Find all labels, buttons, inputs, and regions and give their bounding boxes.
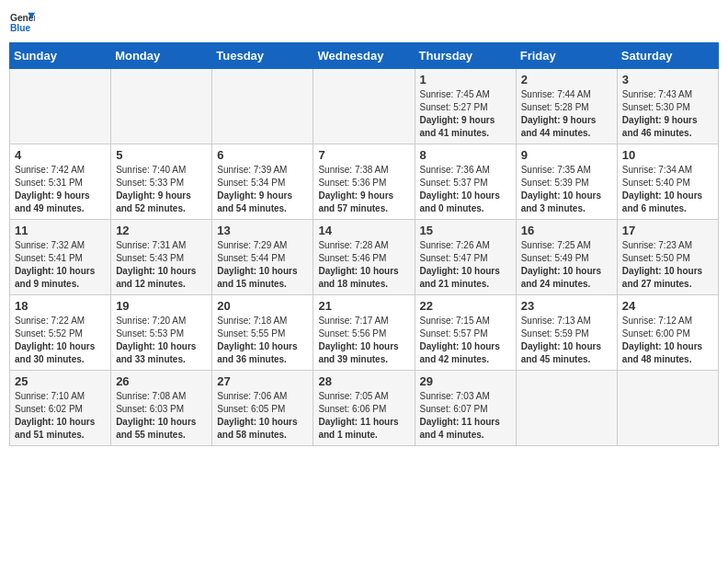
daylight-label: Daylight: 9 hours and 49 minutes. xyxy=(15,190,90,213)
cell-detail: Sunrise: 7:31 AMSunset: 5:43 PMDaylight:… xyxy=(116,239,207,291)
daylight-label: Daylight: 10 hours and 21 minutes. xyxy=(420,266,500,289)
logo-icon: General Blue xyxy=(9,9,35,35)
cell-detail: Sunrise: 7:28 AMSunset: 5:46 PMDaylight:… xyxy=(318,239,409,291)
day-number: 2 xyxy=(521,73,612,86)
daylight-label: Daylight: 10 hours and 18 minutes. xyxy=(318,266,398,289)
day-number: 14 xyxy=(318,224,409,237)
cell-detail: Sunrise: 7:35 AMSunset: 5:39 PMDaylight:… xyxy=(521,164,612,215)
cell-detail: Sunrise: 7:45 AMSunset: 5:27 PMDaylight:… xyxy=(420,88,511,140)
cell-detail: Sunrise: 7:13 AMSunset: 5:59 PMDaylight:… xyxy=(521,315,612,366)
logo: General Blue xyxy=(9,9,35,35)
cell-detail: Sunrise: 7:40 AMSunset: 5:33 PMDaylight:… xyxy=(116,164,207,215)
day-number: 1 xyxy=(420,73,511,86)
svg-text:Blue: Blue xyxy=(10,23,31,33)
col-header-monday: Monday xyxy=(111,43,212,69)
col-header-tuesday: Tuesday xyxy=(212,43,313,69)
week-row-3: 11Sunrise: 7:32 AMSunset: 5:41 PMDayligh… xyxy=(10,220,719,295)
day-number: 6 xyxy=(217,148,308,162)
week-row-4: 18Sunrise: 7:22 AMSunset: 5:52 PMDayligh… xyxy=(10,295,719,371)
cell-detail: Sunrise: 7:22 AMSunset: 5:52 PMDaylight:… xyxy=(15,315,106,366)
cell-detail: Sunrise: 7:20 AMSunset: 5:53 PMDaylight:… xyxy=(116,315,207,366)
day-cell: 29Sunrise: 7:03 AMSunset: 6:07 PMDayligh… xyxy=(415,371,516,446)
day-cell xyxy=(313,69,415,144)
day-number: 25 xyxy=(15,374,106,388)
day-cell: 10Sunrise: 7:34 AMSunset: 5:40 PMDayligh… xyxy=(617,144,718,220)
day-cell: 17Sunrise: 7:23 AMSunset: 5:50 PMDayligh… xyxy=(617,220,718,295)
day-number: 23 xyxy=(521,299,612,313)
day-cell: 19Sunrise: 7:20 AMSunset: 5:53 PMDayligh… xyxy=(111,295,212,371)
day-number: 4 xyxy=(15,148,106,162)
day-cell: 5Sunrise: 7:40 AMSunset: 5:33 PMDaylight… xyxy=(111,144,212,220)
day-cell: 24Sunrise: 7:12 AMSunset: 6:00 PMDayligh… xyxy=(617,295,718,371)
day-cell: 8Sunrise: 7:36 AMSunset: 5:37 PMDaylight… xyxy=(415,144,516,220)
day-number: 8 xyxy=(420,148,511,162)
day-number: 21 xyxy=(318,299,409,313)
day-cell xyxy=(111,69,212,144)
day-number: 12 xyxy=(116,224,207,237)
day-cell: 13Sunrise: 7:29 AMSunset: 5:44 PMDayligh… xyxy=(212,220,313,295)
day-cell: 27Sunrise: 7:06 AMSunset: 6:05 PMDayligh… xyxy=(212,371,313,446)
day-cell: 16Sunrise: 7:25 AMSunset: 5:49 PMDayligh… xyxy=(516,220,617,295)
daylight-label: Daylight: 9 hours and 46 minutes. xyxy=(622,115,698,138)
cell-detail: Sunrise: 7:12 AMSunset: 6:00 PMDaylight:… xyxy=(622,315,713,366)
daylight-label: Daylight: 10 hours and 45 minutes. xyxy=(521,341,601,364)
week-row-5: 25Sunrise: 7:10 AMSunset: 6:02 PMDayligh… xyxy=(10,371,719,446)
day-cell xyxy=(617,371,718,446)
daylight-label: Daylight: 10 hours and 12 minutes. xyxy=(116,266,196,289)
daylight-label: Daylight: 10 hours and 27 minutes. xyxy=(622,266,702,289)
day-cell: 1Sunrise: 7:45 AMSunset: 5:27 PMDaylight… xyxy=(415,69,516,144)
day-number: 20 xyxy=(217,299,308,313)
day-cell: 4Sunrise: 7:42 AMSunset: 5:31 PMDaylight… xyxy=(10,144,111,220)
daylight-label: Daylight: 10 hours and 42 minutes. xyxy=(420,341,500,364)
day-number: 11 xyxy=(15,224,106,237)
day-number: 26 xyxy=(116,374,207,388)
day-cell xyxy=(10,69,111,144)
day-cell: 25Sunrise: 7:10 AMSunset: 6:02 PMDayligh… xyxy=(10,371,111,446)
cell-detail: Sunrise: 7:23 AMSunset: 5:50 PMDaylight:… xyxy=(622,239,713,291)
cell-detail: Sunrise: 7:39 AMSunset: 5:34 PMDaylight:… xyxy=(217,164,308,215)
day-number: 17 xyxy=(622,224,713,237)
col-header-saturday: Saturday xyxy=(617,43,718,69)
day-number: 27 xyxy=(217,374,308,388)
day-number: 9 xyxy=(521,148,612,162)
day-number: 28 xyxy=(318,374,409,388)
daylight-label: Daylight: 10 hours and 0 minutes. xyxy=(420,190,500,213)
daylight-label: Daylight: 9 hours and 52 minutes. xyxy=(116,190,191,213)
daylight-label: Daylight: 9 hours and 57 minutes. xyxy=(318,190,393,213)
day-cell: 26Sunrise: 7:08 AMSunset: 6:03 PMDayligh… xyxy=(111,371,212,446)
cell-detail: Sunrise: 7:38 AMSunset: 5:36 PMDaylight:… xyxy=(318,164,409,215)
daylight-label: Daylight: 10 hours and 39 minutes. xyxy=(318,341,398,364)
day-number: 29 xyxy=(420,374,511,388)
day-cell: 14Sunrise: 7:28 AMSunset: 5:46 PMDayligh… xyxy=(313,220,415,295)
daylight-label: Daylight: 9 hours and 41 minutes. xyxy=(420,115,495,138)
col-header-sunday: Sunday xyxy=(10,43,111,69)
col-header-wednesday: Wednesday xyxy=(313,43,415,69)
cell-detail: Sunrise: 7:03 AMSunset: 6:07 PMDaylight:… xyxy=(420,390,511,442)
day-cell: 21Sunrise: 7:17 AMSunset: 5:56 PMDayligh… xyxy=(313,295,415,371)
day-number: 24 xyxy=(622,299,713,313)
cell-detail: Sunrise: 7:06 AMSunset: 6:05 PMDaylight:… xyxy=(217,390,308,442)
day-cell: 9Sunrise: 7:35 AMSunset: 5:39 PMDaylight… xyxy=(516,144,617,220)
day-cell xyxy=(212,69,313,144)
daylight-label: Daylight: 10 hours and 36 minutes. xyxy=(217,341,297,364)
daylight-label: Daylight: 10 hours and 3 minutes. xyxy=(521,190,601,213)
day-cell xyxy=(516,371,617,446)
cell-detail: Sunrise: 7:32 AMSunset: 5:41 PMDaylight:… xyxy=(15,239,106,291)
daylight-label: Daylight: 10 hours and 9 minutes. xyxy=(15,266,95,289)
cell-detail: Sunrise: 7:25 AMSunset: 5:49 PMDaylight:… xyxy=(521,239,612,291)
day-number: 7 xyxy=(318,148,409,162)
day-cell: 15Sunrise: 7:26 AMSunset: 5:47 PMDayligh… xyxy=(415,220,516,295)
cell-detail: Sunrise: 7:44 AMSunset: 5:28 PMDaylight:… xyxy=(521,88,612,140)
day-cell: 7Sunrise: 7:38 AMSunset: 5:36 PMDaylight… xyxy=(313,144,415,220)
header-row: SundayMondayTuesdayWednesdayThursdayFrid… xyxy=(10,43,719,69)
daylight-label: Daylight: 10 hours and 30 minutes. xyxy=(15,341,95,364)
daylight-label: Daylight: 10 hours and 15 minutes. xyxy=(217,266,297,289)
cell-detail: Sunrise: 7:05 AMSunset: 6:06 PMDaylight:… xyxy=(318,390,409,442)
cell-detail: Sunrise: 7:26 AMSunset: 5:47 PMDaylight:… xyxy=(420,239,511,291)
cell-detail: Sunrise: 7:34 AMSunset: 5:40 PMDaylight:… xyxy=(622,164,713,215)
col-header-thursday: Thursday xyxy=(415,43,516,69)
daylight-label: Daylight: 10 hours and 6 minutes. xyxy=(622,190,702,213)
calendar-table: SundayMondayTuesdayWednesdayThursdayFrid… xyxy=(9,42,719,446)
day-cell: 2Sunrise: 7:44 AMSunset: 5:28 PMDaylight… xyxy=(516,69,617,144)
day-cell: 18Sunrise: 7:22 AMSunset: 5:52 PMDayligh… xyxy=(10,295,111,371)
